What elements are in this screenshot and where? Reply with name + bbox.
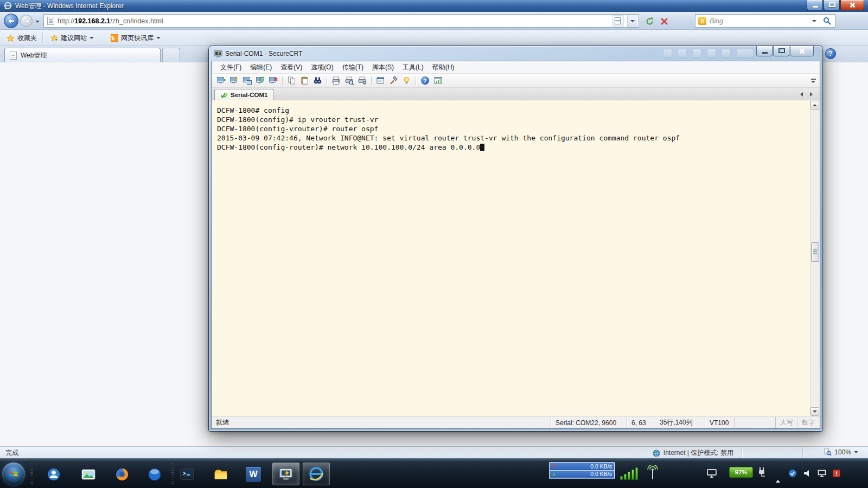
browser-sphere-icon[interactable] xyxy=(146,466,163,483)
properties-icon[interactable] xyxy=(375,75,386,86)
status-separator xyxy=(802,448,803,458)
minimize-button[interactable] xyxy=(756,46,773,56)
back-button[interactable] xyxy=(4,14,18,28)
toolbar-separator xyxy=(282,76,283,85)
quick-connect-icon[interactable] xyxy=(228,75,240,86)
print-preview-icon[interactable] xyxy=(343,75,355,86)
explorer-folder-icon[interactable] xyxy=(213,466,229,483)
menu-transfer[interactable]: 传输(T) xyxy=(338,61,368,74)
wireless-antenna-icon[interactable] xyxy=(647,465,659,480)
show-hidden-icons-button[interactable] xyxy=(776,471,780,480)
menu-bar: 文件(F) 编辑(E) 查看(V) 选项(O) 传输(T) 脚本(S) 工具(L… xyxy=(212,61,820,74)
battery-level-badge[interactable]: 97% xyxy=(729,467,753,478)
network-status-icon[interactable] xyxy=(817,468,827,478)
print-icon[interactable] xyxy=(330,75,342,86)
security-alert-icon[interactable] xyxy=(832,468,841,478)
disconnect-icon[interactable] xyxy=(267,75,279,86)
securecrt-titlebar[interactable]: Serial-COM1 - SecureCRT xyxy=(209,46,822,61)
favorites-button[interactable]: 收藏夹 xyxy=(3,31,41,44)
securecrt-app-icon xyxy=(214,49,222,58)
close-button[interactable] xyxy=(840,0,864,10)
network-speed-widget[interactable]: 0.0 KB/s 0.0 KB/s xyxy=(549,462,615,479)
recent-pages-dropdown[interactable] xyxy=(34,18,41,25)
ie-titlebar[interactable]: Web管理 - Windows Internet Explorer xyxy=(0,0,868,12)
search-box[interactable]: b Bing xyxy=(695,14,835,28)
minimize-button[interactable] xyxy=(807,0,823,10)
web-slice-icon xyxy=(111,34,118,42)
menu-view[interactable]: 查看(V) xyxy=(276,61,307,74)
terminal-output: DCFW-1800# config DCFW-1800(config)# ip … xyxy=(217,106,808,152)
securecrt-icon xyxy=(279,467,293,481)
session-options-icon[interactable] xyxy=(388,75,399,86)
new-tab-stub[interactable] xyxy=(162,48,180,62)
securecrt-taskbar-button[interactable] xyxy=(272,463,299,485)
terminal-cursor xyxy=(480,144,484,151)
word-icon[interactable]: W xyxy=(245,466,261,483)
tab-scroll-right-button[interactable] xyxy=(807,90,815,98)
scrollbar-thumb[interactable] xyxy=(811,242,819,262)
display-icon[interactable] xyxy=(706,468,717,478)
connect-in-tab-icon[interactable] xyxy=(241,75,253,86)
firefox-icon[interactable] xyxy=(114,466,130,483)
reconnect-icon[interactable] xyxy=(254,75,266,86)
print-setup-icon[interactable] xyxy=(356,75,368,86)
vertical-scrollbar[interactable] xyxy=(810,100,819,416)
menu-help[interactable]: 帮助(H) xyxy=(428,61,459,74)
tab-web-admin[interactable]: Web管理 xyxy=(4,48,161,62)
update-shield-icon[interactable] xyxy=(788,468,797,478)
menu-options[interactable]: 选项(O) xyxy=(307,61,337,74)
search-dropdown-button[interactable] xyxy=(810,19,818,23)
menu-edit[interactable]: 编辑(E) xyxy=(246,61,276,74)
volume-icon[interactable] xyxy=(802,468,812,478)
forward-button[interactable] xyxy=(20,15,33,27)
session-tab-label: Serial-COM1 xyxy=(231,92,267,98)
toolbar: ? xyxy=(212,74,820,88)
ie-taskbar-button[interactable] xyxy=(303,463,330,485)
address-bar[interactable]: http://192.168.2.1/zh_cn/index.html xyxy=(43,14,639,28)
close-button[interactable] xyxy=(790,46,814,56)
compatibility-view-button[interactable] xyxy=(612,15,624,27)
terminal-screen[interactable]: DCFW-1800# config DCFW-1800(config)# ip … xyxy=(212,100,819,416)
menu-script[interactable]: 脚本(S) xyxy=(368,61,398,74)
find-icon[interactable] xyxy=(312,75,323,86)
address-dropdown-button[interactable] xyxy=(627,15,637,27)
ie-e-icon xyxy=(308,466,324,482)
suggested-sites-button[interactable]: 建议网站 xyxy=(47,31,98,44)
maximize-button[interactable] xyxy=(824,0,840,10)
zoom-control[interactable]: 100% xyxy=(824,448,858,456)
photo-viewer-icon[interactable] xyxy=(80,466,97,483)
session-tab-serial-com1[interactable]: Serial-COM1 xyxy=(214,89,273,100)
tab-scroll-left-button[interactable] xyxy=(797,90,806,98)
console-icon[interactable] xyxy=(179,466,195,483)
scroll-down-button[interactable] xyxy=(810,407,819,416)
toolbar-separator xyxy=(327,76,327,85)
taskbar-grip xyxy=(30,464,33,484)
menu-file[interactable]: 文件(F) xyxy=(216,61,246,74)
toolbar-overflow-button[interactable] xyxy=(809,76,818,86)
ie-window-title: Web管理 - Windows Internet Explorer xyxy=(15,0,124,12)
ie-help-button[interactable]: ? xyxy=(825,48,836,59)
connect-icon[interactable] xyxy=(215,75,227,86)
maximize-button[interactable] xyxy=(773,46,789,56)
menu-tools[interactable]: 工具(L) xyxy=(398,61,428,74)
toolbar-separator xyxy=(371,76,372,85)
ac-power-icon[interactable] xyxy=(757,467,766,478)
paste-icon[interactable] xyxy=(299,75,310,86)
refresh-button[interactable] xyxy=(642,15,656,28)
messenger-icon[interactable] xyxy=(46,466,62,483)
scroll-up-button[interactable] xyxy=(810,101,819,110)
session-manager-icon[interactable] xyxy=(432,75,444,86)
signal-strength-icon[interactable] xyxy=(620,467,638,480)
start-button[interactable] xyxy=(2,463,25,485)
status-screen-size: 35行,140列 xyxy=(655,417,705,428)
terminal-line: 2015-03-09 07:42:46, Network INFO@NET: s… xyxy=(217,133,808,143)
web-slices-button[interactable]: 网页快讯库 xyxy=(107,31,164,44)
zoom-level: 100% xyxy=(834,448,851,456)
search-magnifier-button[interactable] xyxy=(821,16,833,26)
copy-icon[interactable] xyxy=(286,75,297,86)
help-icon[interactable]: ? xyxy=(419,75,431,86)
keyword-highlight-icon[interactable] xyxy=(401,75,412,86)
stop-button[interactable] xyxy=(658,15,671,28)
help-glyph: ? xyxy=(828,50,832,57)
taskbar: W 0.0 KB/s 0.0 KB/s 97% xyxy=(0,458,868,488)
